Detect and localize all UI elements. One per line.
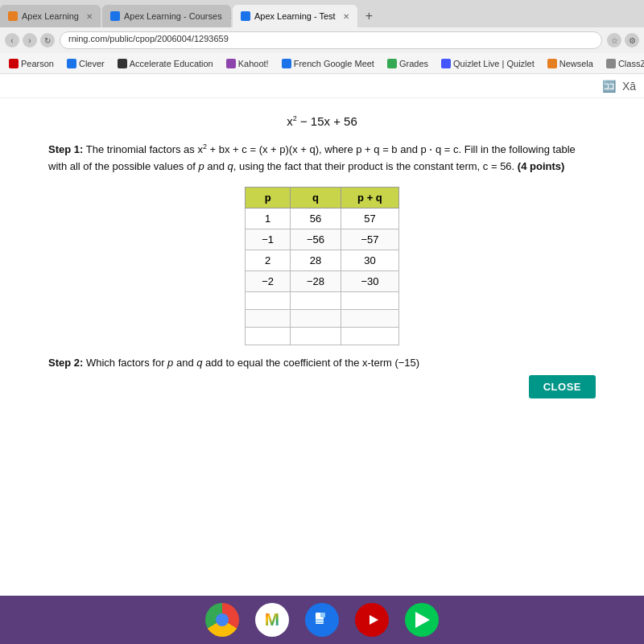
close-button-row: CLOSE — [48, 375, 596, 398]
meet-icon — [282, 59, 291, 68]
bookmark-kahoot[interactable]: Kahoot! — [222, 58, 273, 69]
grades-icon — [387, 59, 397, 68]
close-button[interactable]: CLOSE — [529, 375, 596, 398]
taskbar: M — [0, 596, 644, 644]
youtube-svg — [362, 613, 382, 627]
equation-title: x2 − 15x + 56 — [48, 114, 596, 128]
address-bar-row: ‹ › ↻ rning.com/public/cpop/2006004/1293… — [0, 27, 644, 53]
nav-icons: ‹ › ↻ — [5, 33, 55, 47]
taskbar-gmail-icon[interactable]: M — [255, 603, 289, 637]
cell-q-7[interactable] — [291, 327, 341, 345]
grades-label: Grades — [399, 59, 428, 68]
tab-favicon-2 — [110, 11, 120, 21]
tab-apex-courses[interactable]: Apex Learning - Courses ✕ — [102, 5, 231, 27]
pearson-label: Pearson — [21, 59, 54, 68]
taskbar-files-icon[interactable] — [305, 603, 339, 637]
tab-close-1[interactable]: ✕ — [86, 12, 93, 21]
cell-p-2: −1 — [246, 229, 291, 250]
cell-q-4: −28 — [291, 270, 341, 291]
tab-favicon-3 — [241, 11, 250, 21]
cell-pq-7[interactable] — [341, 327, 399, 345]
svg-rect-1 — [320, 613, 325, 617]
address-input[interactable]: rning.com/public/cpop/2006004/1293659 — [60, 31, 602, 49]
taskbar-play-icon[interactable] — [405, 603, 439, 637]
tab-apex-test[interactable]: Apex Learning - Test ✕ — [233, 5, 357, 27]
col-header-pq: p + q — [341, 187, 399, 208]
classzone-icon — [606, 59, 616, 68]
classzone-label: ClassZone — [618, 59, 644, 68]
cell-p-5[interactable] — [246, 291, 291, 309]
step1-label: Step 1: — [48, 143, 83, 155]
newsela-icon — [547, 59, 557, 68]
table-row-empty — [246, 291, 399, 309]
files-svg — [313, 611, 331, 629]
address-text: rning.com/public/cpop/2006004/1293659 — [68, 34, 229, 43]
table-row: −1 −56 −57 — [246, 229, 399, 250]
cell-pq-1: 57 — [341, 208, 399, 229]
forward-button[interactable]: › — [23, 33, 37, 47]
tab-label-1: Apex Learning — [22, 11, 79, 21]
play-store-svg — [412, 610, 431, 630]
col-header-q: q — [291, 187, 341, 208]
svg-marker-4 — [369, 615, 378, 625]
tab-close-3[interactable]: ✕ — [343, 12, 349, 21]
taskbar-chrome-icon[interactable] — [205, 603, 239, 637]
cell-q-6[interactable] — [291, 309, 341, 327]
content-area: 🈁 Xā x2 − 15x + 56 Step 1: The trinomial… — [0, 74, 644, 596]
new-tab-button[interactable]: + — [359, 5, 379, 27]
taskbar-youtube-icon[interactable] — [355, 603, 389, 637]
translate-icon[interactable]: 🈁 — [602, 80, 616, 93]
bookmark-clever[interactable]: Clever — [63, 58, 109, 69]
svg-rect-3 — [316, 621, 324, 623]
cell-q-1: 56 — [291, 208, 341, 229]
kahoot-icon — [226, 59, 236, 68]
cell-pq-6[interactable] — [341, 309, 399, 327]
settings-icon[interactable]: ⚙ — [625, 33, 639, 47]
table-row-empty — [246, 327, 399, 345]
step1-paragraph: Step 1: The trinomial factors as x2 + bx… — [48, 141, 596, 175]
accelerate-icon — [118, 59, 127, 68]
cell-pq-3: 30 — [341, 250, 399, 270]
cell-p-3: 2 — [246, 250, 291, 270]
bookmark-quizlet[interactable]: Quizlet Live | Quizlet — [437, 58, 539, 69]
browser-action-icons: ☆ ⚙ — [607, 33, 639, 47]
cell-p-7[interactable] — [246, 327, 291, 345]
bookmark-icon[interactable]: ☆ — [607, 33, 621, 47]
svg-marker-5 — [415, 612, 430, 628]
accelerate-label: Accelerate Education — [130, 59, 213, 68]
cell-p-6[interactable] — [246, 309, 291, 327]
tab-close-2[interactable]: ✕ — [229, 12, 231, 21]
table-row: 1 56 57 — [246, 208, 399, 229]
clever-label: Clever — [79, 59, 105, 68]
clever-icon — [67, 59, 76, 68]
refresh-button[interactable]: ↻ — [40, 33, 55, 47]
browser-window: Apex Learning ✕ Apex Learning - Courses … — [0, 0, 644, 644]
cell-q-3: 28 — [291, 250, 341, 270]
bookmark-newsela[interactable]: Newsela — [543, 58, 597, 69]
cell-q-2: −56 — [291, 229, 341, 250]
cell-pq-5[interactable] — [341, 291, 399, 309]
cell-p-1: 1 — [246, 208, 291, 229]
svg-rect-2 — [316, 619, 324, 621]
laptop-screen: 🈁 Xā x2 − 15x + 56 Step 1: The trinomial… — [0, 74, 644, 596]
bookmark-accelerate[interactable]: Accelerate Education — [114, 58, 217, 69]
bookmark-google-meet[interactable]: French Google Meet — [278, 58, 378, 69]
cell-p-4: −2 — [246, 270, 291, 291]
table-row-empty — [246, 309, 399, 327]
newsela-label: Newsela — [559, 59, 593, 68]
bookmark-grades[interactable]: Grades — [383, 58, 432, 69]
language-icon[interactable]: Xā — [622, 80, 636, 93]
bookmark-classzone[interactable]: ClassZone — [602, 58, 644, 69]
tab-bar: Apex Learning ✕ Apex Learning - Courses … — [0, 0, 644, 27]
cell-q-5[interactable] — [291, 291, 341, 309]
table-row: 2 28 30 — [246, 250, 399, 270]
gmail-m: M — [265, 609, 279, 630]
factor-table: p q p + q 1 56 57 −1 −56 — [245, 187, 399, 345]
tab-apex-learning[interactable]: Apex Learning ✕ — [0, 5, 101, 27]
kahoot-label: Kahoot! — [238, 59, 269, 68]
cell-pq-4: −30 — [341, 270, 399, 291]
back-button[interactable]: ‹ — [5, 33, 19, 47]
translate-bar: 🈁 Xā — [0, 74, 644, 98]
table-row: −2 −28 −30 — [246, 270, 399, 291]
bookmark-pearson[interactable]: Pearson — [5, 58, 58, 69]
